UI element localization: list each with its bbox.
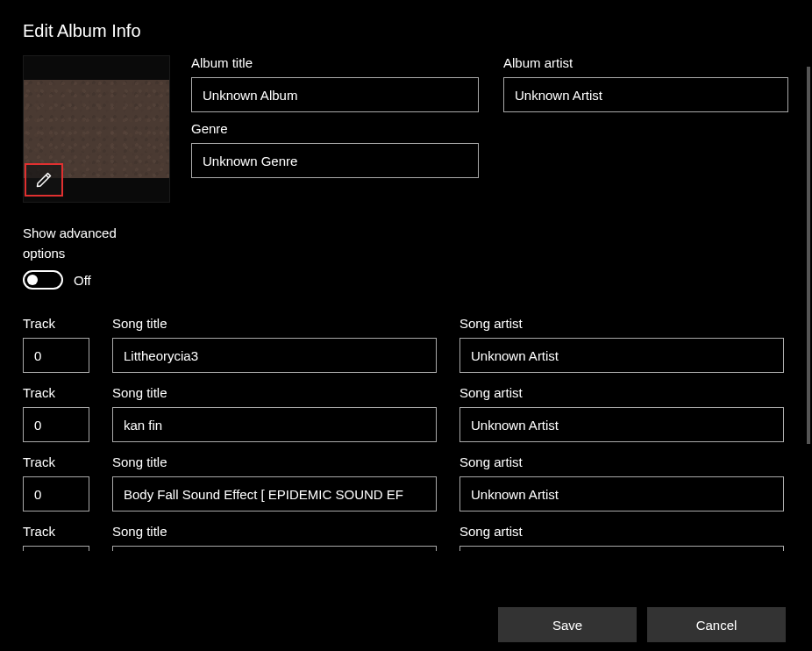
album-fields: Album title Genre Album artist: [191, 55, 788, 203]
track-number-label: Track: [23, 385, 89, 400]
edit-album-dialog: Edit Album Info Album title Genre Album …: [0, 0, 812, 551]
table-row: Track Song title Song artist: [23, 385, 789, 442]
song-title-input[interactable]: [112, 546, 437, 551]
track-number-input[interactable]: [23, 338, 89, 373]
song-title-label: Song title: [112, 385, 437, 400]
album-artist-input[interactable]: [503, 77, 788, 112]
advanced-toggle-row: Off: [23, 270, 789, 290]
song-artist-label: Song artist: [459, 316, 784, 331]
track-number-input[interactable]: [23, 407, 89, 442]
genre-label: Genre: [191, 121, 479, 136]
album-top-section: Album title Genre Album artist: [23, 55, 789, 203]
album-artist-label: Album artist: [503, 55, 788, 70]
toggle-knob: [27, 275, 38, 285]
advanced-toggle-state: Off: [74, 273, 91, 288]
song-artist-label: Song artist: [459, 385, 784, 400]
album-title-group: Album title Genre: [191, 55, 479, 203]
table-row: Track Song title Song artist: [23, 316, 789, 373]
song-title-input[interactable]: [112, 407, 437, 442]
song-artist-label: Song artist: [459, 454, 784, 469]
song-title-label: Song title: [112, 316, 437, 331]
cancel-button[interactable]: Cancel: [647, 607, 786, 642]
song-title-input[interactable]: [112, 476, 437, 512]
edit-album-art-button[interactable]: [25, 163, 63, 197]
album-artist-group: Album artist: [503, 55, 788, 203]
track-number-label: Track: [23, 454, 89, 469]
advanced-options-label: Show advanced options: [23, 224, 146, 263]
track-number-label: Track: [23, 316, 89, 331]
track-number-label: Track: [23, 524, 89, 539]
svg-line-0: [46, 175, 49, 178]
save-button[interactable]: Save: [498, 607, 637, 642]
table-row: Track Song title Song artist: [23, 454, 789, 512]
vertical-scrollbar[interactable]: [805, 67, 812, 576]
advanced-options-section: Show advanced options Off: [23, 224, 789, 290]
scrollbar-thumb[interactable]: [807, 67, 810, 444]
song-artist-input[interactable]: [459, 338, 784, 373]
dialog-button-bar: Save Cancel: [498, 607, 786, 642]
genre-input[interactable]: [191, 143, 479, 178]
pencil-icon: [35, 171, 53, 189]
song-artist-input[interactable]: [459, 407, 784, 442]
song-title-label: Song title: [112, 454, 437, 469]
song-artist-label: Song artist: [459, 524, 784, 539]
track-number-input[interactable]: [23, 546, 89, 551]
album-title-label: Album title: [191, 55, 479, 70]
album-art: [23, 55, 170, 203]
song-artist-input[interactable]: [459, 546, 784, 551]
song-title-input[interactable]: [112, 338, 437, 373]
album-title-input[interactable]: [191, 77, 479, 112]
advanced-options-toggle[interactable]: [23, 270, 63, 290]
song-artist-input[interactable]: [459, 476, 784, 512]
tracks-section: Track Song title Song artist Track Song …: [23, 316, 789, 551]
track-number-input[interactable]: [23, 476, 89, 512]
table-row: Track Song title Song artist: [23, 524, 789, 551]
dialog-title: Edit Album Info: [23, 21, 789, 41]
song-title-label: Song title: [112, 524, 437, 539]
